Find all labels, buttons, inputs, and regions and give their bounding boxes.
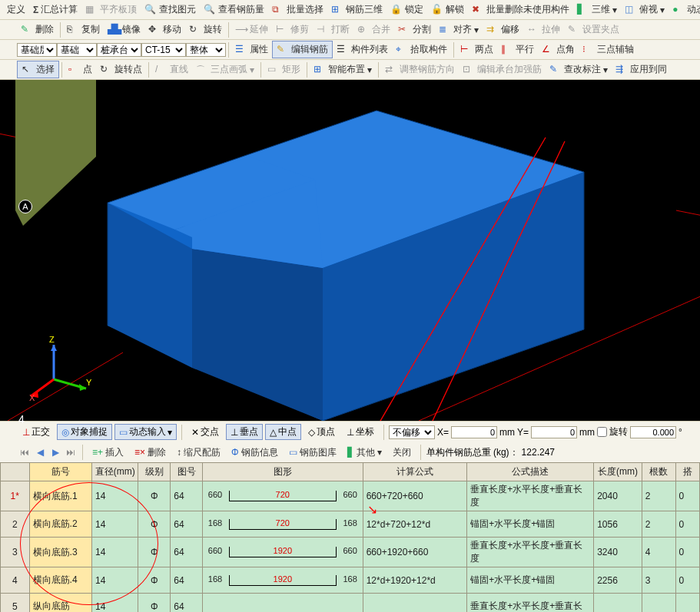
table-row[interactable]: 5纵向底筋14Φ64垂直长度+水平长度+垂直长: [1, 594, 700, 613]
cell-level[interactable]: Φ: [138, 538, 171, 567]
find-element-button[interactable]: 🔍查找图元: [141, 2, 200, 18]
cell-desc[interactable]: 垂直长度+水平长度+垂直长: [467, 594, 594, 613]
rebar-info-button[interactable]: Φ钢筋信息: [227, 445, 282, 461]
cell-tuhao[interactable]: 64: [171, 481, 203, 511]
cell-shape[interactable]: 660720660: [202, 481, 363, 511]
rect-button[interactable]: ▭矩形: [264, 61, 304, 78]
cell-length[interactable]: 1056: [594, 511, 642, 538]
cell-da[interactable]: 0: [675, 538, 699, 567]
mirror-button[interactable]: ▟▙镜像: [104, 22, 144, 38]
offset-mode-combo[interactable]: 不偏移: [389, 425, 435, 439]
point-button[interactable]: ▫点: [65, 61, 96, 78]
cell-formula[interactable]: 660+1920+660: [363, 538, 467, 567]
layer-combo[interactable]: 基础层: [17, 43, 57, 57]
th-tuhao[interactable]: 图号: [171, 463, 203, 481]
cell-da[interactable]: 0: [675, 511, 699, 538]
coord-snap[interactable]: ⊥坐标: [342, 424, 379, 440]
cell-da[interactable]: 0: [675, 481, 699, 511]
vertex-snap[interactable]: ◇顶点: [304, 424, 340, 440]
property-button[interactable]: ☰属性: [231, 41, 272, 58]
cell-diameter[interactable]: 14: [91, 538, 138, 567]
cell-da[interactable]: [675, 594, 699, 613]
cell-desc[interactable]: 锚固+水平长度+锚固: [467, 567, 594, 594]
3d-view-button[interactable]: ▋三维 ▾: [573, 2, 621, 18]
row-header[interactable]: 4: [1, 567, 30, 594]
cell-tuhao[interactable]: 64: [171, 594, 203, 613]
cell-formula[interactable]: 660+720+660: [363, 481, 467, 511]
cell-formula[interactable]: 12*d+1920+12*d: [363, 567, 467, 594]
table-row[interactable]: 2横向底筋.214Φ6416872016812*d+720+12*d锚固+水平长…: [1, 511, 700, 538]
cell-tuhao[interactable]: 64: [171, 567, 203, 594]
th-diameter[interactable]: 直径(mm): [91, 463, 138, 481]
merge-button[interactable]: ⊕合并: [353, 22, 394, 38]
grip-button[interactable]: ✎设置夹点: [564, 22, 623, 38]
cell-diameter[interactable]: 14: [91, 594, 138, 613]
move-button[interactable]: ✥移动: [144, 22, 185, 38]
cell-count[interactable]: 2: [642, 481, 675, 511]
line-button[interactable]: /直线: [151, 61, 192, 78]
cell-jinhao[interactable]: 横向底筋.2: [29, 511, 91, 538]
adjust-rebar-dir-button[interactable]: ⇄调整钢筋方向: [381, 61, 459, 78]
cell-level[interactable]: Φ: [138, 511, 171, 538]
row-header[interactable]: 5: [1, 594, 30, 613]
th-level[interactable]: 级别: [138, 463, 171, 481]
cell-level[interactable]: Φ: [138, 567, 171, 594]
cell-diameter[interactable]: 14: [91, 511, 138, 538]
x-input[interactable]: [451, 426, 497, 438]
copy-button[interactable]: ⎘复制: [63, 22, 104, 38]
cell-count[interactable]: [642, 594, 675, 613]
select-button[interactable]: ↖选择: [17, 61, 59, 78]
cell-level[interactable]: Φ: [138, 481, 171, 511]
th-da[interactable]: 搭: [675, 463, 699, 481]
component-list-button[interactable]: ☰构件列表: [333, 41, 392, 58]
parallel-button[interactable]: ∥平行: [497, 41, 538, 58]
cell-tuhao[interactable]: 64: [171, 538, 203, 567]
cell-length[interactable]: 3240: [594, 538, 642, 567]
break-button[interactable]: ⊣打断: [313, 22, 353, 38]
3d-viewport[interactable]: A 4 Z Y X: [0, 80, 700, 421]
cell-level[interactable]: Φ: [138, 594, 171, 613]
first-icon[interactable]: ⏮: [18, 446, 31, 458]
three-point-aux-button[interactable]: ⁝三点辅轴: [579, 41, 638, 58]
scope-combo[interactable]: 整体: [186, 43, 226, 57]
perp-snap[interactable]: ⊥垂点: [226, 424, 263, 440]
cell-formula[interactable]: [363, 594, 467, 613]
th-length[interactable]: 长度(mm): [594, 463, 642, 481]
th-count[interactable]: 根数: [642, 463, 675, 481]
category-combo[interactable]: 基础: [57, 43, 97, 57]
top-view-button[interactable]: ◫俯视 ▾: [621, 2, 668, 18]
cell-desc[interactable]: 垂直长度+水平长度+垂直长度: [467, 538, 594, 567]
smart-layout-button[interactable]: ⊞智能布置 ▾: [310, 61, 376, 78]
dyninput-toggle[interactable]: ▭动态输入 ▾: [114, 424, 177, 440]
osnap-toggle[interactable]: ◎对象捕捉: [57, 424, 112, 440]
apply-same-button[interactable]: ⇶应用到同: [612, 61, 671, 78]
cell-shape[interactable]: 6601920660: [202, 538, 363, 567]
check-annotation-button[interactable]: ✎查改标注 ▾: [546, 61, 612, 78]
rotate-button[interactable]: ↻旋转: [185, 22, 226, 38]
cell-diameter[interactable]: 14: [91, 481, 138, 511]
point-angle-button[interactable]: ∠点角: [538, 41, 579, 58]
th-formula[interactable]: 计算公式: [363, 463, 467, 481]
th-jinhao[interactable]: 筋号: [29, 463, 91, 481]
close-panel-button[interactable]: 关闭: [389, 445, 415, 461]
prev-icon[interactable]: ◀: [34, 446, 46, 458]
dynamic-view-button[interactable]: ●动态观: [668, 2, 700, 18]
cell-jinhao[interactable]: 横向底筋.4: [29, 567, 91, 594]
batch-select-button[interactable]: ⧉批量选择: [268, 2, 327, 18]
sum-button[interactable]: Σ 汇总计算: [29, 2, 81, 18]
insert-row-button[interactable]: ≡+插入: [88, 445, 128, 461]
cell-diameter[interactable]: 14: [91, 567, 138, 594]
arc-button[interactable]: ⌒三点画弧 ▾: [192, 61, 258, 78]
other-button[interactable]: ▋其他 ▾: [343, 445, 386, 461]
cell-jinhao[interactable]: 横向底筋.3: [29, 538, 91, 567]
cell-da[interactable]: 0: [675, 567, 699, 594]
th-desc[interactable]: 公式描述: [467, 463, 594, 481]
rotate-point-button[interactable]: ↻旋转点: [96, 61, 146, 78]
edit-rebar-button[interactable]: ✎编辑钢筋: [272, 41, 333, 58]
pick-component-button[interactable]: ⌖拾取构件: [392, 41, 451, 58]
unlock-button[interactable]: 🔓解锁: [427, 2, 468, 18]
intersect-snap[interactable]: ✕交点: [187, 424, 224, 440]
cell-count[interactable]: 2: [642, 511, 675, 538]
cell-length[interactable]: 2040: [594, 481, 642, 511]
row-header[interactable]: 2: [1, 511, 30, 538]
